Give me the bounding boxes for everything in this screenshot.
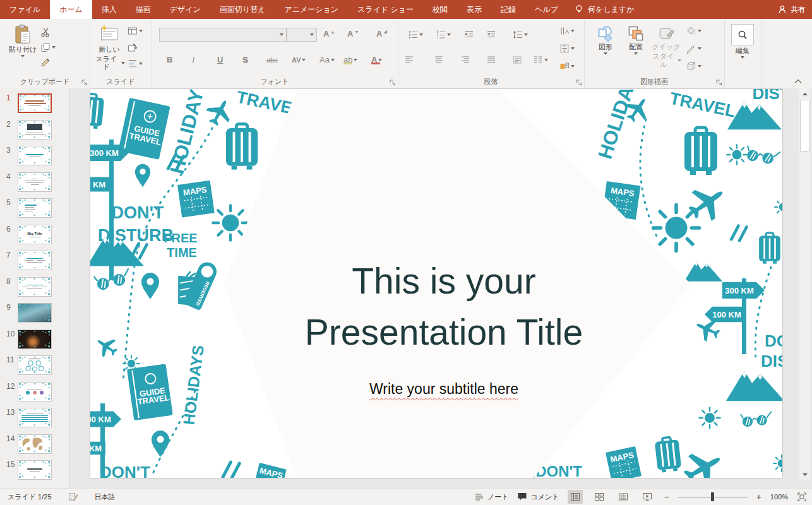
collapse-ribbon-button[interactable] <box>793 77 803 85</box>
text-shadow-button[interactable]: S <box>242 54 248 66</box>
fit-to-window-icon[interactable] <box>797 492 807 502</box>
tab-11[interactable]: ヘルプ <box>525 0 568 19</box>
slide-subtitle-placeholder[interactable]: Write your subtitle here <box>267 381 621 398</box>
columns-button[interactable] <box>533 54 548 66</box>
bold-button[interactable]: B <box>167 54 172 66</box>
slide-thumbnail-3[interactable] <box>18 146 52 165</box>
bullets-button[interactable] <box>408 29 423 40</box>
tab-6[interactable]: アニメーション <box>275 0 348 19</box>
slide-thumbnail-row-11[interactable]: 11 <box>0 355 69 375</box>
shrink-font-button[interactable]: A▼ <box>347 28 359 40</box>
slide-thumbnail-11[interactable] <box>18 355 52 375</box>
tab-4[interactable]: デザイン <box>160 0 210 19</box>
underline-button[interactable]: U <box>217 54 223 66</box>
arrange-button[interactable]: 配置 <box>623 25 648 55</box>
tab-5[interactable]: 画面切り替え <box>210 0 275 19</box>
slide-thumbnail-12[interactable] <box>18 382 52 401</box>
paste-dropdown-caret[interactable] <box>21 55 25 57</box>
slide-thumbnail-row-14[interactable]: 14 <box>0 434 69 454</box>
slide-thumbnail-row-9[interactable]: 9 <box>0 303 69 323</box>
slide-thumbnail-13[interactable] <box>18 408 52 427</box>
shapes-button[interactable]: 図形 <box>593 25 618 55</box>
tab-8[interactable]: 校閲 <box>423 0 457 19</box>
zoom-in-button[interactable]: + <box>756 492 761 501</box>
numbering-button[interactable] <box>436 29 451 40</box>
comments-button[interactable]: コメント <box>517 492 559 502</box>
text-direction-button[interactable] <box>559 25 575 37</box>
slide-thumbnail-9[interactable] <box>18 303 52 323</box>
normal-view-button[interactable] <box>568 490 583 504</box>
slide-thumbnail-row-8[interactable]: 8 <box>0 277 69 297</box>
align-left-button[interactable] <box>404 54 414 66</box>
shape-fill-button[interactable] <box>686 25 702 37</box>
format-painter-button[interactable] <box>40 57 51 68</box>
align-right-button[interactable] <box>460 54 470 66</box>
increase-indent-button[interactable] <box>486 29 496 40</box>
slide-thumbnail-row-12[interactable]: 12 <box>0 382 69 401</box>
zoom-level[interactable]: 100% <box>770 493 788 501</box>
tab-0[interactable]: ファイル <box>0 0 50 19</box>
reset-slide-button[interactable] <box>128 42 138 53</box>
notes-button[interactable]: ノート <box>474 492 509 502</box>
align-text-button[interactable] <box>559 43 575 54</box>
slideshow-view-button[interactable] <box>640 490 655 504</box>
cut-button[interactable] <box>40 27 51 38</box>
slide-canvas[interactable]: GUIDE TRAVEL HOLIDAY TRAVEL 300 KM KM <box>90 89 782 478</box>
slide-thumbnail-panel[interactable]: 123456Big Title789101112131415 <box>0 88 69 488</box>
shape-effects-button[interactable] <box>686 61 702 72</box>
highlight-color-button[interactable]: ab <box>343 54 357 66</box>
paste-button[interactable]: 貼り付け <box>8 24 38 57</box>
tab-7[interactable]: スライド ショー <box>348 0 423 19</box>
slide-thumbnail-row-4[interactable]: 4 <box>0 172 69 192</box>
new-slide-button[interactable]: 新しい スライド <box>93 24 125 71</box>
slide-thumbnail-row-3[interactable]: 3 <box>0 146 69 165</box>
scroll-up-button[interactable] <box>799 88 810 99</box>
tab-9[interactable]: 表示 <box>457 0 491 19</box>
slide-counter[interactable]: スライド 1/25 <box>8 492 52 502</box>
strikethrough-button[interactable]: abc <box>266 54 278 66</box>
slide-thumbnail-row-7[interactable]: 7 <box>0 251 69 270</box>
slide-thumbnail-row-5[interactable]: 5 <box>0 198 69 218</box>
share-button[interactable]: 共有 <box>777 0 806 19</box>
tab-3[interactable]: 描画 <box>126 0 160 19</box>
scroll-down-button[interactable] <box>799 469 810 480</box>
slide-thumbnail-row-1[interactable]: 1 <box>0 93 69 113</box>
slide-thumbnail-7[interactable] <box>18 251 52 270</box>
slide-thumbnail-2[interactable] <box>18 120 52 140</box>
slide-thumbnail-14[interactable] <box>18 434 52 454</box>
vertical-scrollbar[interactable] <box>799 88 810 480</box>
slide-thumbnail-6[interactable]: Big Title <box>18 225 52 244</box>
slide-thumbnail-1[interactable] <box>18 93 52 113</box>
spell-check-icon[interactable] <box>68 492 78 502</box>
quick-styles-button[interactable]: クイック スタイル <box>651 25 681 69</box>
slide-thumbnail-4[interactable] <box>18 172 52 192</box>
change-case-button[interactable]: Aa <box>319 54 335 66</box>
slide-thumbnail-5[interactable] <box>18 198 52 218</box>
shape-outline-button[interactable] <box>686 43 702 54</box>
tab-10[interactable]: 記録 <box>491 0 525 19</box>
slide-thumbnail-8[interactable] <box>18 277 52 297</box>
slide-thumbnail-row-13[interactable]: 13 <box>0 408 69 427</box>
slide-layout-button[interactable] <box>128 25 143 37</box>
line-spacing-button[interactable] <box>513 29 528 40</box>
character-spacing-button[interactable]: AV <box>292 54 306 66</box>
clipboard-dialog-launcher[interactable] <box>81 79 88 86</box>
italic-button[interactable]: I <box>192 54 194 66</box>
slide-title-placeholder[interactable]: This is your Presentation Title <box>204 256 684 358</box>
grow-font-button[interactable]: A▲ <box>323 28 335 40</box>
decrease-indent-button[interactable] <box>464 29 474 40</box>
slide-thumbnail-10[interactable] <box>18 330 52 349</box>
clear-formatting-button[interactable]: A◢ <box>376 28 387 40</box>
slide-thumbnail-row-15[interactable]: 15 <box>0 460 69 480</box>
copy-button[interactable] <box>40 42 56 53</box>
font-dialog-launcher[interactable] <box>389 79 396 86</box>
zoom-out-button[interactable]: − <box>664 492 669 501</box>
reading-view-button[interactable] <box>616 490 631 504</box>
slide-sorter-view-button[interactable] <box>592 490 607 504</box>
font-size-combobox[interactable] <box>287 28 317 42</box>
font-name-combobox[interactable] <box>159 28 287 42</box>
paragraph-dialog-launcher[interactable] <box>575 79 582 86</box>
section-button[interactable] <box>128 58 143 69</box>
zoom-slider[interactable] <box>678 492 748 501</box>
slide-thumbnail-row-10[interactable]: 10 <box>0 330 69 349</box>
